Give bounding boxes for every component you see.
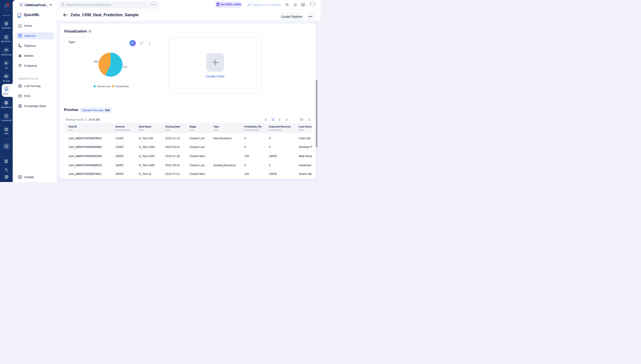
svg-text:Closed Lost: Closed Lost xyxy=(96,85,110,88)
svg-text:521: 521 xyxy=(123,66,127,68)
svg-text:Closed Won: Closed Won xyxy=(115,85,129,88)
svg-text:388: 388 xyxy=(94,60,98,63)
